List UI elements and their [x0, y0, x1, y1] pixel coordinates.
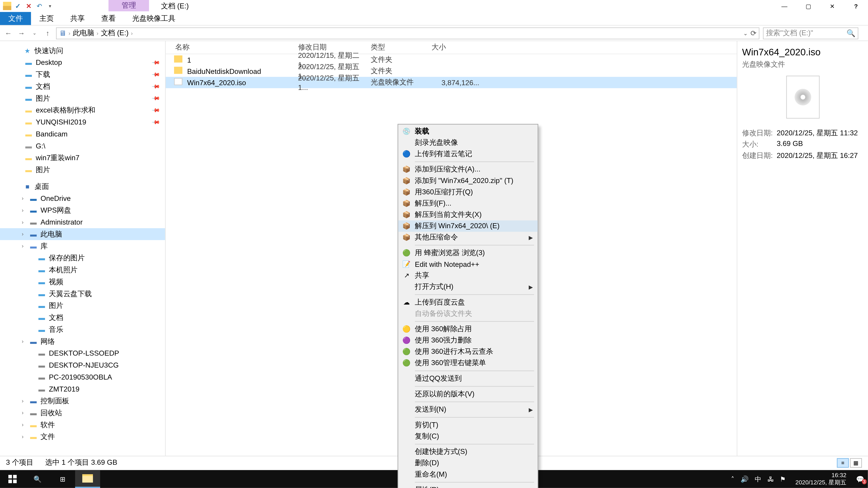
menu-item[interactable]: ☁上传到百度云盘	[398, 297, 538, 308]
minimize-button[interactable]: —	[773, 0, 796, 12]
explorer-taskbar-button[interactable]	[75, 470, 100, 488]
expander-icon[interactable]: ›	[19, 243, 26, 249]
nav-desktop-item[interactable]: ▬DESKTOP-LSSOEDP	[0, 347, 165, 359]
expander-icon[interactable]: ›	[19, 231, 26, 237]
nav-desktop-item[interactable]: ›▬库	[0, 240, 165, 252]
nav-desktop-item[interactable]: ▬视频	[0, 276, 165, 288]
menu-item[interactable]: 💿装载	[398, 126, 538, 137]
nav-desktop-item[interactable]: ›▬WPS网盘	[0, 204, 165, 216]
nav-desktop-item[interactable]: ›▬回收站	[0, 407, 165, 419]
nav-desktop-item[interactable]: ▬ZMT2019	[0, 383, 165, 395]
recent-dropdown[interactable]: ⌄	[30, 28, 39, 38]
up-button[interactable]: ↑	[43, 28, 53, 38]
qat-dropdown-icon[interactable]: ▾	[45, 1, 55, 11]
start-button[interactable]	[0, 470, 25, 488]
file-row[interactable]: 12020/12/15, 星期二 1...文件夹	[166, 54, 737, 66]
nav-desktop-item[interactable]: ›▬软件	[0, 419, 165, 431]
breadcrumb-pc[interactable]: 此电脑	[71, 28, 95, 38]
nav-quick-item[interactable]: ▬G:\	[0, 140, 165, 152]
task-view-button[interactable]: ⊞	[50, 470, 75, 488]
menu-item[interactable]: 还原以前的版本(V)	[398, 388, 538, 400]
nav-desktop-item[interactable]: ›▬OneDrive	[0, 193, 165, 204]
menu-item[interactable]: 🟢用 蜂蜜浏览器 浏览(3)	[398, 247, 538, 258]
ime-indicator[interactable]: 中	[755, 475, 761, 484]
nav-quick-item[interactable]: ▬win7重装win7	[0, 152, 165, 164]
nav-quick-item[interactable]: ▬YUNQISHI2019📌	[0, 116, 165, 128]
nav-quick-item[interactable]: ▬Bandicam	[0, 128, 165, 140]
nav-quick-item[interactable]: ▬图片📌	[0, 92, 165, 104]
nav-desktop-item[interactable]: ▬PC-20190530OBLA	[0, 371, 165, 383]
maximize-button[interactable]: ▢	[796, 0, 820, 12]
nav-desktop-item[interactable]: ›▬文件	[0, 431, 165, 443]
menu-item[interactable]: ↗共享	[398, 270, 538, 281]
action-center-icon[interactable]: 💬3	[856, 475, 864, 483]
menu-item[interactable]: 发送到(N)▶	[398, 404, 538, 415]
view-icons-button[interactable]: ▦	[850, 458, 862, 467]
nav-desktop-item[interactable]: ›▬网络	[0, 335, 165, 348]
expander-icon[interactable]: ›	[19, 219, 26, 225]
menu-item[interactable]: 🟡使用 360解除占用	[398, 324, 538, 335]
nav-quick-item[interactable]: ▬图片	[0, 164, 165, 176]
close-button[interactable]: ✕	[820, 0, 844, 12]
file-row[interactable]: Win7x64_2020.iso2020/12/25, 星期五 1...光盘映像…	[166, 77, 737, 88]
nav-desktop-item[interactable]: ›▬Administrator	[0, 216, 165, 228]
volume-icon[interactable]: 🔊	[741, 475, 749, 483]
menu-item[interactable]: 📦其他压缩命令▶	[398, 232, 538, 243]
menu-item[interactable]: 📦用360压缩打开(Q)	[398, 186, 538, 198]
expander-icon[interactable]: ›	[19, 398, 26, 404]
menu-item[interactable]: 🟣使用 360强力删除	[398, 335, 538, 346]
view-details-button[interactable]: ≡	[837, 458, 849, 467]
nav-desktop-item[interactable]: ▬音乐	[0, 324, 165, 335]
qat-delete-icon[interactable]: ✕	[24, 1, 33, 11]
menu-item[interactable]: 创建快捷方式(S)	[398, 446, 538, 457]
menu-item[interactable]: 通过QQ发送到	[398, 373, 538, 384]
expander-icon[interactable]: ›	[19, 207, 26, 213]
nav-desktop-root[interactable]: ■ 桌面	[0, 181, 165, 193]
menu-item[interactable]: 打开方式(H)▶	[398, 281, 538, 293]
forward-button[interactable]: →	[17, 28, 26, 38]
menu-item[interactable]: 📦解压到(F)...	[398, 198, 538, 209]
refresh-icon[interactable]: ⟳	[750, 29, 756, 37]
menu-item[interactable]: 📝Edit with Notepad++	[398, 258, 538, 270]
tab-view[interactable]: 查看	[93, 12, 124, 25]
expander-icon[interactable]: ›	[19, 410, 26, 416]
tab-share[interactable]: 共享	[62, 12, 93, 25]
expander-icon[interactable]: ›	[19, 434, 26, 440]
network-icon[interactable]: 🖧	[767, 475, 774, 483]
nav-desktop-item[interactable]: ▬图片	[0, 300, 165, 312]
tray-overflow-icon[interactable]: ˄	[731, 475, 735, 483]
search-button[interactable]: 🔍	[25, 470, 50, 488]
menu-item[interactable]: 📦解压到 Win7x64_2020\ (E)	[398, 221, 538, 232]
menu-item[interactable]: 🔵上传到有道云笔记	[398, 149, 538, 160]
expander-icon[interactable]: ›	[19, 195, 26, 201]
back-button[interactable]: ←	[4, 28, 13, 38]
menu-item[interactable]: 重命名(M)	[398, 469, 538, 480]
nav-desktop-item[interactable]: ›▬控制面板	[0, 395, 165, 407]
breadcrumb-drive[interactable]: 文档 (E:)	[99, 28, 130, 38]
security-icon[interactable]: ⚑	[780, 475, 786, 483]
nav-quick-item[interactable]: ▬excel表格制作求和📌	[0, 104, 165, 116]
qat-check-icon[interactable]: ✓	[13, 1, 23, 11]
file-row[interactable]: BaiduNetdiskDownload2020/12/25, 星期五 1...…	[166, 66, 737, 77]
menu-item[interactable]: 刻录光盘映像	[398, 137, 538, 149]
menu-item[interactable]: 📦解压到当前文件夹(X)	[398, 209, 538, 221]
expander-icon[interactable]: ›	[19, 422, 26, 428]
menu-item[interactable]: 📦添加到 "Win7x64_2020.zip" (T)	[398, 175, 538, 186]
menu-item[interactable]: 🟢使用 360进行木马云查杀	[398, 346, 538, 357]
col-size[interactable]: 大小	[432, 42, 479, 53]
search-box[interactable]: 搜索"文档 (E:)" 🔍	[763, 27, 858, 39]
menu-item[interactable]: 剪切(T)	[398, 419, 538, 431]
taskbar-clock[interactable]: 16:32 2020/12/25, 星期五	[792, 472, 850, 486]
qat-undo-icon[interactable]: ↶	[35, 1, 44, 11]
nav-desktop-item[interactable]: ▬DESKTOP-NJEU3CG	[0, 359, 165, 371]
menu-item[interactable]: 属性(R)	[398, 484, 538, 488]
menu-item[interactable]: 📦添加到压缩文件(A)...	[398, 164, 538, 175]
menu-item[interactable]: 🟢使用 360管理右键菜单	[398, 357, 538, 369]
col-type[interactable]: 类型	[371, 42, 432, 53]
menu-item[interactable]: 复制(C)	[398, 431, 538, 442]
help-icon[interactable]: ?	[844, 0, 868, 12]
nav-desktop-item[interactable]: ▬本机照片	[0, 264, 165, 276]
address-dropdown-icon[interactable]: ⌄	[743, 30, 748, 36]
nav-quick-access[interactable]: ★ 快速访问	[0, 45, 165, 57]
nav-quick-item[interactable]: ▬下载📌	[0, 68, 165, 80]
